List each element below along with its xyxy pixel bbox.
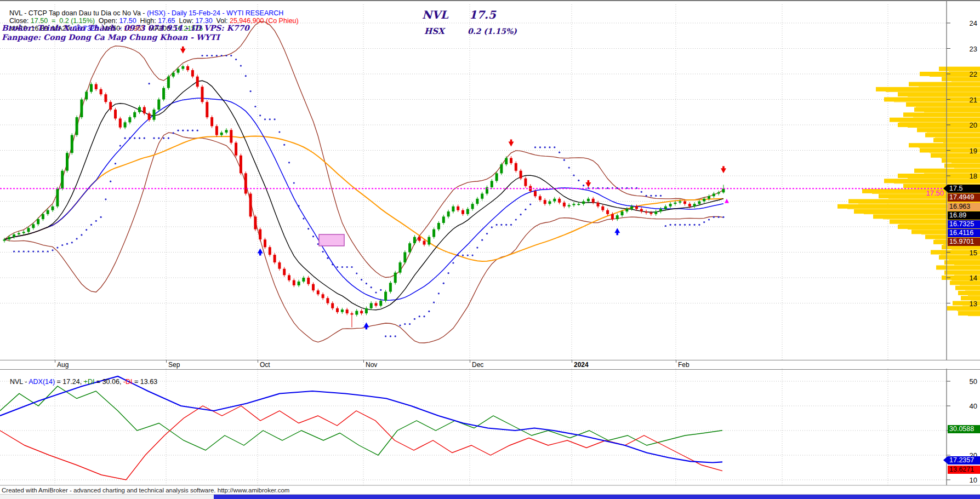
adx-value: = 17.24, (55, 378, 83, 386)
month-label: Dec (472, 361, 483, 369)
watermark-price: 17.5 (469, 8, 496, 21)
plus-di-value: = 30.06, (94, 378, 123, 386)
price-marker-arrow (943, 185, 948, 192)
month-tick (572, 360, 572, 363)
axis-value-label: 16.963 (948, 203, 980, 211)
main-price-chart: 17.5024232221201918151413 (0, 0, 980, 360)
candlestick-chart-canvas: 17.5024232221201918151413 (0, 0, 980, 360)
adx-symbol: NVL - (10, 378, 29, 386)
horizontal-scrollbar-thumb[interactable] (214, 495, 980, 499)
axis-value-label: 15.9701 (948, 238, 980, 246)
adx-label: ADX(14) (29, 378, 55, 386)
axis-value-label: 30.0588 (948, 425, 980, 433)
price-marker-arrow (943, 456, 948, 464)
broker-info: Broker: Trinh Xuân Thành - 0973 074 954 … (2, 24, 249, 32)
month-label: Sep (168, 361, 180, 369)
month-label: Feb (678, 361, 690, 369)
axis-value-label: 16.4116 (948, 229, 980, 237)
axis-value-label: 17.4949 (948, 193, 980, 202)
svg-text:14: 14 (970, 274, 977, 282)
axis-value-label: 17.5 (948, 185, 980, 193)
svg-text:22: 22 (970, 70, 977, 78)
svg-text:10: 10 (970, 476, 977, 484)
minus-di-value: = 13.63 (133, 378, 158, 386)
month-label: Aug (57, 361, 69, 369)
adx-pane-title: NVL - ADX(14) = 17.24, +DI = 30.06, -DI … (2, 370, 157, 393)
axis-value-label: 17.2357 (948, 456, 980, 464)
amibroker-credit: Created with AmiBroker - advanced charti… (2, 487, 289, 494)
month-tick (166, 360, 167, 363)
month-tick (258, 360, 258, 363)
watermark-exchange: HSX (424, 26, 445, 36)
svg-text:19: 19 (970, 147, 977, 155)
month-tick (55, 360, 55, 363)
svg-text:40: 40 (970, 402, 977, 410)
month-tick (676, 360, 676, 363)
svg-text:24: 24 (970, 19, 977, 27)
svg-text:18: 18 (970, 172, 977, 180)
svg-text:23: 23 (970, 45, 977, 53)
svg-text:20: 20 (970, 121, 977, 129)
svg-text:50: 50 (970, 377, 977, 386)
month-tick (363, 360, 364, 363)
chart-window: 17.5024232221201918151413 NVL - CTCP Tap… (0, 0, 980, 499)
watermark-symbol: NVL (422, 8, 448, 21)
month-label: Nov (366, 361, 377, 369)
axis-value-label: 13.6271 (948, 466, 980, 474)
plus-di-label: +DI (84, 378, 95, 386)
minus-di-label: -DI (123, 378, 133, 386)
svg-text:15: 15 (970, 249, 977, 257)
svg-text:13: 13 (970, 300, 977, 308)
watermark-change: 0.2 (1.15%) (468, 27, 517, 36)
svg-text:21: 21 (970, 96, 977, 104)
month-label: 2024 (574, 361, 589, 369)
axis-value-label: 16.89 (948, 211, 980, 220)
axis-value-label: 16.7325 (948, 220, 980, 228)
month-label: Oct (260, 361, 270, 369)
month-tick (470, 360, 470, 363)
fanpage-info: Fanpage: Cong Dong Ca Map Chung Khoan - … (2, 33, 220, 42)
svg-text:17.50: 17.50 (926, 189, 944, 197)
